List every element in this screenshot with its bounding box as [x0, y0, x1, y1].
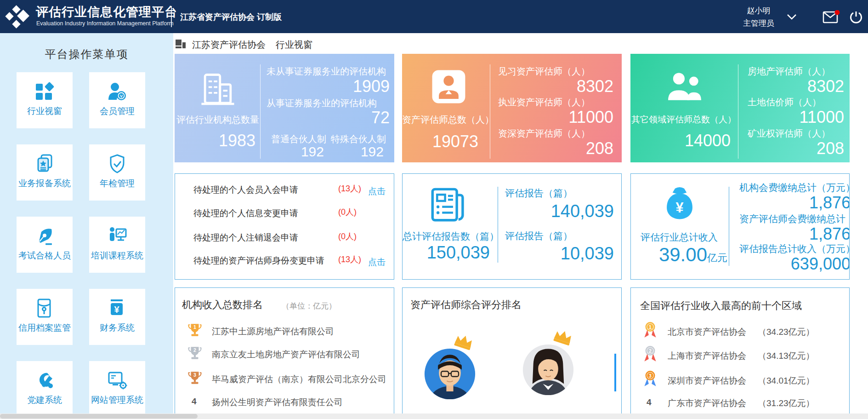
svg-text:1: 1 — [193, 324, 196, 330]
money-bag-icon: ¥ — [663, 187, 696, 224]
reports-row1-label: 评估报告（篇） — [505, 230, 573, 242]
stat2-detail0-value: 8302 — [522, 77, 613, 96]
navbar-org-edition: 江苏省资产评估协会 订制版 — [180, 11, 282, 23]
pending-requests-card: 待处理的个人会员入会申请 (13人) 点击 待处理的个人信息变更申请 (0人) … — [175, 173, 394, 280]
svg-text:¥: ¥ — [675, 200, 683, 215]
reports-row0-value: 140,039 — [522, 201, 614, 221]
stat2-detail0-label: 见习资产评估师（人） — [498, 65, 590, 78]
stat1-bottom1-value: 192 — [338, 144, 384, 160]
org-ranking-row-rank: 4 — [192, 396, 197, 407]
pending-row-count: (0人) — [338, 231, 357, 242]
sidebar-item-training-course[interactable]: 培训课程系统 — [89, 217, 145, 273]
sidebar-item-annual-inspection[interactable]: 年检管理 — [89, 144, 145, 201]
region-income-ranking-card: 全国评估行业收入最高的前十个区域 1 北京市资产评估协会 （34.23亿元） 2… — [630, 287, 850, 416]
stat2-detail2-value: 208 — [522, 139, 613, 158]
reports-row0-label: 评估报告（篇） — [505, 187, 573, 200]
svg-text:¥: ¥ — [114, 304, 119, 315]
member-management-icon: V — [106, 80, 128, 103]
people-icon — [664, 70, 705, 105]
income-row2-label: 评估报告总计收入（万元） — [739, 242, 850, 255]
app-root: 评估行业信息化管理平台 Evaluation Industry Informat… — [0, 0, 868, 419]
chevron-down-icon[interactable] — [787, 14, 797, 22]
medal-bronze-icon: 3 — [643, 370, 658, 391]
avatar-appraiser-2 — [522, 344, 574, 398]
stat2-label: 资产评估师总数（人） — [402, 114, 490, 126]
user-menu[interactable]: 赵小明 主管理员 — [733, 5, 784, 29]
trophy-silver-icon: 2 — [188, 346, 202, 362]
sidebar-item-member-management[interactable]: V 会员管理 — [89, 72, 145, 128]
report-stats-card: 总计评估报告数（篇） 150,039 评估报告（篇） 140,039 评估报告（… — [402, 173, 622, 280]
region-ranking-row-name: 北京市资产评估协会 — [668, 326, 746, 338]
training-course-icon — [106, 225, 128, 247]
org-ranking-row-name: 扬州公生明资产评估有限责任公司 — [212, 396, 343, 408]
sidebar-item-finance-system[interactable]: ¥ 财务系统 — [89, 289, 145, 345]
buildings-icon — [195, 69, 239, 115]
pending-row-count: (13人) — [338, 254, 361, 265]
sidebar-heading: 平台操作菜单项 — [0, 47, 173, 62]
sidebar-item-industry-window[interactable]: 行业视窗 — [17, 72, 73, 128]
stat1-bottom0-label: 普通合伙人制 — [271, 133, 326, 145]
stat-card-institutions: 评估行业机构总数量 1983 未从事证券服务业的评估机构 1909 从事证券服务… — [175, 54, 394, 162]
medal-silver-icon: 2 — [643, 345, 658, 366]
website-management-icon — [106, 369, 128, 391]
svg-text:2: 2 — [193, 347, 196, 353]
stat3-detail1-value: 11000 — [752, 108, 844, 127]
region-ranking-title: 全国评估行业收入最高的前十个区域 — [640, 299, 802, 313]
org-ranking-row-name: 江苏中土源房地产评估有限公司 — [212, 326, 334, 338]
org-ranking-unit: （单位：亿元） — [282, 301, 336, 311]
stat1-bottom1-label: 特殊合伙人制 — [331, 133, 386, 145]
business-filing-icon — [34, 153, 56, 175]
stat2-detail1-value: 11000 — [522, 108, 613, 127]
appraiser-ranking-title: 资产评估师综合评分排名 — [410, 298, 522, 312]
stat-card-appraisers: 资产评估师总数（人） 19073 见习资产评估师（人） 8302 执业资产评估师… — [402, 54, 622, 162]
region-ranking-row-value: （34.01亿元） — [758, 375, 815, 387]
region-ranking-row-name: 上海市资产评估协会 — [668, 350, 746, 362]
region-ranking-row-rank: 4 — [647, 397, 652, 408]
stat2-value: 19073 — [411, 132, 478, 151]
top-navbar: 评估行业信息化管理平台 Evaluation Industry Informat… — [0, 0, 868, 33]
sidebar-item-website-management[interactable]: 网站管理系统 — [89, 361, 145, 417]
svg-text:V: V — [120, 94, 123, 98]
income-row0-label: 机构会费缴纳总计（万元） — [739, 181, 850, 194]
pending-row-click-link[interactable]: 点击 — [368, 256, 386, 268]
pending-row-label: 待处理的个人注销退会申请 — [193, 232, 298, 244]
mail-icon[interactable] — [823, 10, 840, 26]
navbar-divider — [171, 6, 172, 27]
pending-row-label: 待处理的资产评估师身份变更申请 — [193, 255, 324, 267]
stat1-bottom0-value: 192 — [278, 144, 324, 160]
unread-dot-badge — [835, 10, 840, 15]
sidebar-item-business-filing[interactable]: 业务报备系统 — [17, 144, 73, 201]
stat2-divider — [490, 64, 490, 159]
region-ranking-row-name: 广东市资产评估协会 — [668, 397, 746, 409]
stat3-detail0-value: 8302 — [752, 77, 844, 96]
exam-qualified-icon — [34, 225, 56, 247]
appraiser-score-ranking-card: 资产评估师综合评分排名 — [402, 287, 622, 416]
org-ranking-title: 机构收入总数排名 — [182, 298, 263, 312]
sidebar-item-credit-archive[interactable]: 信用档案监管 — [17, 289, 73, 345]
sidebar-item-exam-qualified[interactable]: 考试合格人员 — [17, 217, 73, 273]
platform-title: 评估行业信息化管理平台 — [36, 4, 177, 20]
carousel-scrollbar-thumb[interactable] — [614, 354, 616, 391]
income-label: 评估行业总计收入 — [631, 231, 727, 244]
sidebar-item-party-building[interactable]: 党建系统 — [17, 361, 73, 417]
horizontal-scrollbar-thumb[interactable] — [0, 414, 198, 419]
stat1-divider — [260, 64, 261, 159]
pending-row-label: 待处理的个人会员入会申请 — [193, 184, 298, 196]
stat2-detail1-label: 执业资产评估师（人） — [498, 96, 590, 109]
income-row1-label: 资产评估师会费缴纳总计（万元） — [739, 212, 850, 225]
region-ranking-row-value: （31.23亿元） — [758, 397, 815, 409]
pending-row-click-link[interactable]: 点击 — [368, 185, 386, 197]
stat3-label: 其它领域评估师总数（人） — [630, 114, 737, 126]
trophy-gold-icon: 1 — [188, 323, 202, 339]
org-ranking-row-name: 南京立友土地房地产资产评估有限公司 — [212, 349, 360, 361]
finance-system-icon: ¥ — [106, 297, 128, 319]
stat3-detail0-label: 房地产评估师（人） — [748, 65, 830, 78]
region-ranking-row-value: （34.23亿元） — [758, 326, 815, 338]
region-ranking-row-name: 深圳市资产评估协会 — [668, 375, 746, 387]
income-unit: 亿元 — [707, 252, 727, 264]
stat1-value: 1983 — [193, 131, 255, 150]
stat1-detail0-label: 未从事证券服务业的评估机构 — [267, 65, 386, 78]
credit-archive-icon — [34, 297, 56, 319]
power-icon[interactable] — [849, 10, 863, 26]
org-ranking-row-name: 毕马威资产评估（南京）有限公司北京分公司 — [212, 373, 386, 385]
